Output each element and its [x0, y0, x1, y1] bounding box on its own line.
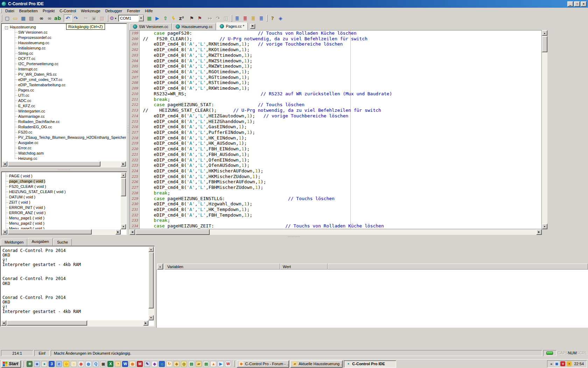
menu-fenster[interactable]: Fenster [125, 8, 142, 14]
c-control-quick-icon[interactable]: ● [41, 361, 47, 367]
scroll-thumb[interactable] [121, 178, 126, 196]
project-add-button[interactable]: ≣ [249, 14, 257, 22]
variables-column-wert[interactable]: Wert [280, 264, 328, 270]
replace-button[interactable]: ab [54, 14, 62, 22]
help-button[interactable]: ? [268, 14, 276, 22]
vlc-icon[interactable]: ▲ [210, 361, 216, 367]
tree-item[interactable]: Interrupt.cc [2, 67, 126, 72]
copy-button[interactable]: ▣ [90, 14, 98, 22]
security-tray-icon[interactable]: ● [567, 361, 572, 366]
tree-item[interactable]: E_KFZ.cc [2, 103, 126, 109]
sync-icon[interactable]: ↻ [166, 361, 172, 367]
tree-collapse-icon[interactable]: - [5, 26, 8, 29]
connect-button[interactable]: ▦ [145, 14, 153, 22]
bulb-icon[interactable]: ☼ [71, 361, 77, 367]
minimize-button[interactable]: _ [567, 1, 573, 7]
scroll-right-button[interactable]: ▶ [536, 229, 542, 235]
project-new-button[interactable]: ≣ [233, 14, 241, 22]
step-out-button[interactable]: ◫ [222, 14, 230, 22]
console-icon[interactable]: ▣ [100, 361, 106, 367]
function-item[interactable]: HEIZUNG_STAT_CLEAR ( void ) [2, 189, 121, 195]
debug-stop-button[interactable]: ⚑ [196, 14, 204, 22]
start-button[interactable]: Start [1, 360, 21, 368]
com-port-select[interactable]: COM1▼ [118, 15, 144, 22]
clock-icon[interactable]: ◔ [115, 361, 121, 367]
scroll-thumb[interactable] [7, 320, 87, 326]
scroll-right-button[interactable]: ▶ [115, 229, 121, 234]
output-tab-meldungen[interactable]: Meldungen [1, 239, 27, 246]
tree-item[interactable]: String.cc [2, 51, 126, 56]
scroll-up-button[interactable]: ▲ [542, 30, 547, 36]
code-editor[interactable]: 199 case pageFS20: // Touchs von Rollade… [130, 30, 547, 235]
dvd-icon[interactable]: ◎ [181, 361, 187, 367]
scroll-left-button[interactable]: ◀ [2, 161, 7, 166]
open-file-button[interactable]: ▭ [11, 14, 19, 22]
3d-app-icon[interactable]: 3 [49, 361, 55, 367]
toolbar-grip[interactable] [266, 15, 267, 22]
winbuilder-icon[interactable]: W [225, 361, 231, 367]
output-hscrollbar[interactable]: ◀ ▶ [1, 320, 148, 326]
undo-button[interactable]: ↶ [64, 14, 72, 22]
user-icon[interactable]: ☻ [34, 361, 40, 367]
output-tab-suche[interactable]: Suche [53, 239, 72, 246]
scroll-up-button[interactable]: ▲ [148, 247, 154, 252]
step-over-button[interactable]: ↷ [214, 14, 222, 22]
find-button[interactable]: ∞ [37, 14, 46, 22]
tree-item[interactable]: Wintergarten.cc [2, 109, 126, 114]
cut-button[interactable]: ✂ [82, 14, 90, 22]
menu-debugger[interactable]: Debugger [103, 8, 125, 14]
function-item[interactable]: page_change ( void ) [2, 179, 121, 184]
editor-hscrollbar[interactable]: ◀ ▶ [130, 229, 542, 235]
function-item[interactable]: ERROR_INIT ( void ) [2, 205, 121, 210]
menu-werkzeuge[interactable]: Werkzeuge [78, 8, 103, 14]
function-item[interactable]: FS20_CLEAR ( void ) [2, 184, 121, 189]
toolbar-grip[interactable] [1, 15, 2, 22]
step-into-button[interactable]: ↦ [206, 14, 214, 22]
function-item[interactable]: ZEIT ( void ) [2, 200, 121, 205]
excel-doc2-icon[interactable]: ▤ [203, 361, 209, 367]
interface-select-button[interactable]: ⚙▼ [109, 14, 117, 22]
tree-item[interactable]: eDIP_cmd_codes_TXT.cc [2, 77, 126, 82]
menu-c-control[interactable]: C-Control [57, 8, 78, 14]
weather-icon[interactable]: ☼ [159, 361, 165, 367]
main-vertical-splitter[interactable] [127, 22, 130, 236]
word-icon[interactable]: W [122, 361, 128, 367]
antivirus-tray-icon[interactable]: V [560, 361, 565, 366]
tree-item[interactable]: DCF77.cc [2, 56, 126, 61]
tree-item[interactable]: UTI.cc [2, 93, 126, 98]
run-button[interactable]: ▶ [153, 14, 161, 22]
scroll-left-button[interactable]: ◀ [1, 320, 6, 326]
debug-start-button[interactable]: ⚑ [188, 14, 196, 22]
gold-app-icon[interactable]: ◆ [174, 361, 180, 367]
excel-doc-icon[interactable]: ▤ [188, 361, 194, 367]
google-earth-icon[interactable]: ◍ [85, 361, 91, 367]
project-delete-button[interactable]: ≣ [241, 14, 249, 22]
scroll-left-button[interactable]: ◀ [2, 229, 7, 234]
picasa-icon[interactable]: ◆ [152, 361, 158, 367]
editor-tab-pages-cc-[interactable]: Pages.cc * [216, 22, 248, 30]
tree-item[interactable]: Ausgabe.cc [2, 140, 126, 145]
close-button[interactable]: × [581, 1, 587, 7]
tree-item[interactable]: SW Versionen.cc [2, 30, 126, 35]
tree-item[interactable]: Error.cc [2, 145, 126, 151]
tree-item[interactable]: Heizung.cc [2, 156, 126, 161]
scroll-right-button[interactable]: ▶ [121, 161, 126, 166]
tree-item[interactable]: Pages.cc [2, 88, 126, 93]
compile-button[interactable]: ⇧ [161, 14, 169, 22]
left-splitter[interactable] [1, 168, 127, 171]
scroll-left-button[interactable]: ◀ [130, 229, 135, 235]
tree-item[interactable]: FS20.cc [2, 130, 126, 135]
dropdown-arrow-icon[interactable]: ▼ [138, 15, 144, 21]
tree-item[interactable]: Alarmanlage.cc [2, 114, 126, 119]
scroll-thumb[interactable] [542, 36, 547, 52]
function-item[interactable]: ERROR_ANZ ( void ) [2, 210, 121, 216]
title-bar[interactable]: C-Control Pro IDE _❐× [0, 0, 588, 8]
maximize-button[interactable]: ❐ [574, 1, 580, 7]
tree-item[interactable]: ADC.cc [2, 98, 126, 103]
scroll-down-button[interactable]: ▼ [148, 315, 154, 320]
scroll-up-button[interactable]: ▲ [121, 172, 126, 178]
task-button-c-control-pro-forum[interactable]: ◉C-Control Pro - Forum - ... [237, 360, 289, 368]
function-item[interactable]: PAGE ( void ) [2, 173, 121, 179]
project-tree[interactable]: -Haussteuerung SW Versionen.ccPreprozess… [2, 24, 126, 161]
smiley-icon[interactable]: ☺ [63, 361, 69, 367]
